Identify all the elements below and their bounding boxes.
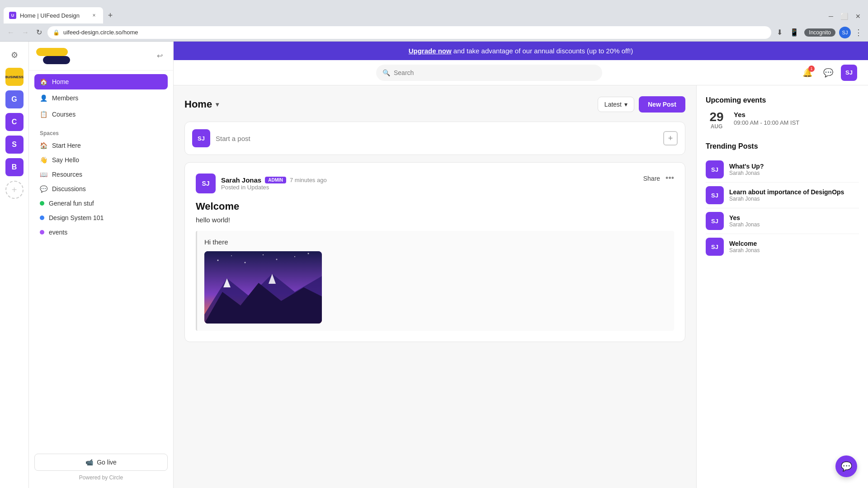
event-date: 29 AUG (706, 111, 727, 130)
address-bar-container[interactable]: 🔒 (47, 26, 771, 39)
trending-title-1: Learn about importance of DesignOps (729, 188, 844, 196)
new-post-button[interactable]: New Post (639, 96, 685, 113)
events-section: Upcoming events 29 AUG Yes 09:00 AM - 10… (706, 96, 859, 130)
community-icon-g[interactable]: G (5, 90, 24, 108)
search-input[interactable] (394, 69, 596, 76)
svg-point-4 (263, 254, 264, 255)
community-icon-business[interactable]: BUSINESS (5, 68, 24, 86)
sort-chevron-icon: ▾ (624, 101, 627, 108)
upgrade-banner: Upgrade now and take advantage of our an… (174, 42, 868, 60)
settings-icon[interactable]: ⚙ (6, 47, 23, 63)
browser-tab-active[interactable]: U Home | UIFeed Design × (4, 7, 103, 23)
share-button[interactable]: Share (643, 175, 660, 182)
forward-btn[interactable]: → (20, 27, 31, 38)
profile-icon[interactable]: SJ (839, 27, 851, 38)
community-icon-b[interactable]: B (5, 158, 24, 176)
space-start-here-label: Start Here (52, 142, 81, 149)
trending-info-3: Welcome Sarah Jonas (729, 240, 760, 253)
event-month: AUG (711, 123, 723, 130)
nav-item-courses[interactable]: 📋 Courses (34, 107, 168, 122)
trending-section: Trending Posts SJ What's Up? Sarah Jonas… (706, 142, 859, 259)
trending-author-2: Sarah Jonas (729, 221, 760, 228)
post-author: SJ Sarah Jonas ADMIN 7 minutes ago Poste… (196, 174, 327, 193)
close-btn[interactable]: ✕ (854, 11, 863, 22)
post-quote-text: Hi there (204, 238, 667, 246)
trending-item-0[interactable]: SJ What's Up? Sarah Jonas (706, 157, 859, 183)
community-sidebar: ⚙ BUSINESS G C S B + (0, 42, 29, 488)
add-community-btn[interactable]: + (5, 181, 24, 199)
event-day: 29 (709, 111, 723, 123)
post-quote: Hi there (196, 231, 674, 331)
post-body: hello world! (196, 216, 674, 224)
go-live-btn[interactable]: 📹 Go live (34, 454, 168, 471)
space-item-resources[interactable]: 📖 Resources (29, 167, 173, 182)
maximize-btn[interactable]: ⬜ (839, 11, 850, 22)
svg-point-6 (294, 256, 295, 257)
trending-author-0: Sarah Jonas (729, 170, 764, 176)
composer-avatar: SJ (192, 129, 210, 147)
user-avatar-btn[interactable]: SJ (841, 65, 857, 81)
message-btn[interactable]: 💬 (820, 65, 836, 81)
sidebar-collapse-btn[interactable]: ↩ (153, 50, 166, 62)
discussions-icon: 💬 (40, 185, 47, 192)
trending-title-0: What's Up? (729, 163, 764, 170)
incognito-badge: Incognito (804, 28, 835, 37)
trending-item-1[interactable]: SJ Learn about importance of DesignOps S… (706, 183, 859, 208)
nav-item-home[interactable]: 🏠 Home (34, 74, 168, 89)
new-tab-button[interactable]: + (104, 9, 117, 22)
svg-point-1 (217, 260, 219, 261)
menu-icon[interactable]: ⋮ (854, 28, 863, 38)
header-search[interactable]: 🔍 (376, 65, 602, 81)
post-image (204, 251, 322, 324)
space-item-discussions[interactable]: 💬 Discussions (29, 182, 173, 196)
add-post-btn[interactable]: + (663, 131, 678, 145)
sidebar-header: ↩ (29, 42, 173, 70)
upgrade-link[interactable]: Upgrade now (409, 47, 452, 55)
space-item-start-here[interactable]: 🏠 Start Here (29, 138, 173, 153)
minimize-btn[interactable]: ─ (827, 11, 835, 22)
sidebar-nav: 🏠 Home 👤 Members 📋 Courses (29, 70, 173, 127)
feed-header: Home ▾ Latest ▾ New Post (184, 96, 685, 113)
trending-info-0: What's Up? Sarah Jonas (729, 163, 764, 176)
address-input[interactable] (63, 29, 766, 36)
download-icon[interactable]: ⬇ (775, 26, 784, 38)
composer-input[interactable] (216, 135, 658, 142)
nav-item-members[interactable]: 👤 Members (34, 90, 168, 106)
event-title: Yes (734, 111, 799, 118)
back-btn[interactable]: ← (5, 27, 16, 38)
nav-home-label: Home (52, 78, 69, 85)
chat-bubble[interactable]: 💬 (835, 455, 857, 477)
space-events-label: events (49, 229, 67, 236)
reload-btn[interactable]: ↻ (34, 26, 44, 38)
trending-info-1: Learn about importance of DesignOps Sara… (729, 188, 844, 202)
space-item-events[interactable]: events (29, 225, 173, 239)
events-title: Upcoming events (706, 96, 859, 104)
go-live-label: Go live (97, 459, 117, 466)
space-design-system-label: Design System 101 (49, 214, 104, 221)
svg-point-2 (231, 255, 232, 256)
community-icon-s[interactable]: S (5, 136, 24, 154)
trending-author-3: Sarah Jonas (729, 247, 760, 253)
post-author-name-row: Sarah Jonas ADMIN 7 minutes ago (221, 176, 327, 184)
cast-icon[interactable]: 📱 (788, 26, 801, 38)
post-author-info: Sarah Jonas ADMIN 7 minutes ago Posted i… (221, 176, 327, 191)
home-icon: 🏠 (40, 78, 47, 85)
trending-item-3[interactable]: SJ Welcome Sarah Jonas (706, 234, 859, 259)
more-options-btn[interactable]: ••• (665, 174, 674, 183)
tab-close-btn[interactable]: × (90, 12, 98, 19)
nav-courses-label: Courses (52, 111, 75, 118)
tab-favicon: U (9, 12, 16, 19)
members-icon: 👤 (40, 94, 47, 102)
space-item-design-system[interactable]: Design System 101 (29, 211, 173, 225)
sort-label: Latest (604, 101, 622, 108)
notification-btn[interactable]: 🔔 1 (799, 65, 816, 81)
notification-badge: 1 (808, 66, 815, 72)
space-item-say-hello[interactable]: 👋 Say Hello (29, 153, 173, 167)
community-icon-c[interactable]: C (5, 113, 24, 131)
space-discussions-label: Discussions (52, 185, 86, 192)
space-item-general[interactable]: General fun stuf (29, 196, 173, 211)
sort-button[interactable]: Latest ▾ (598, 97, 634, 112)
svg-point-3 (245, 262, 246, 263)
trending-item-2[interactable]: SJ Yes Sarah Jonas (706, 208, 859, 234)
space-resources-label: Resources (52, 171, 82, 178)
